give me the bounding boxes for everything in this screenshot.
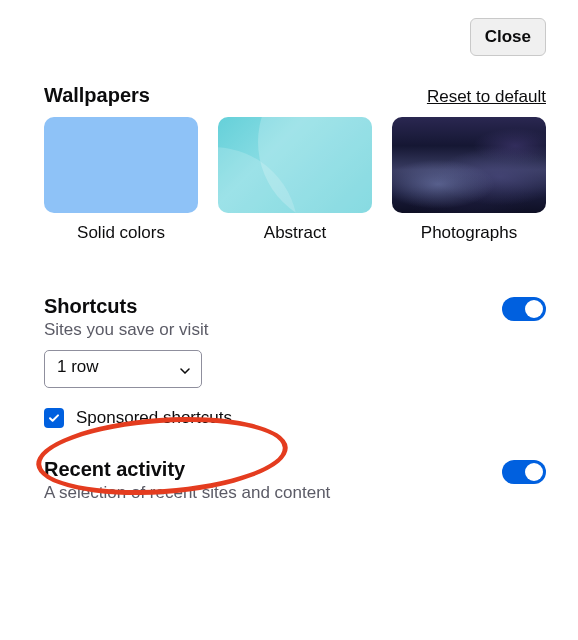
sponsored-shortcuts-checkbox[interactable]	[44, 408, 64, 428]
recent-activity-subtitle: A selection of recent sites and content	[44, 483, 330, 503]
wallpaper-label: Photographs	[421, 223, 517, 243]
wallpaper-thumb-photographs	[392, 117, 546, 213]
recent-activity-heading: Recent activity	[44, 458, 330, 481]
shortcut-rows-select[interactable]: 1 row	[44, 350, 202, 388]
shortcuts-toggle[interactable]	[502, 297, 546, 321]
checkmark-icon	[47, 411, 61, 425]
recent-activity-toggle[interactable]	[502, 460, 546, 484]
wallpaper-option-solid[interactable]: Solid colors	[44, 117, 198, 243]
wallpaper-thumb-abstract	[218, 117, 372, 213]
close-button[interactable]: Close	[470, 18, 546, 56]
wallpaper-option-photographs[interactable]: Photographs	[392, 117, 546, 243]
wallpaper-label: Abstract	[264, 223, 326, 243]
reset-default-link[interactable]: Reset to default	[427, 87, 546, 107]
shortcuts-heading: Shortcuts	[44, 295, 208, 318]
sponsored-shortcuts-label: Sponsored shortcuts	[76, 408, 232, 428]
wallpaper-option-abstract[interactable]: Abstract	[218, 117, 372, 243]
wallpaper-label: Solid colors	[77, 223, 165, 243]
wallpaper-gallery: Solid colors Abstract Photographs	[44, 117, 546, 243]
wallpapers-heading: Wallpapers	[44, 84, 150, 107]
shortcuts-subtitle: Sites you save or visit	[44, 320, 208, 340]
wallpaper-thumb-solid	[44, 117, 198, 213]
